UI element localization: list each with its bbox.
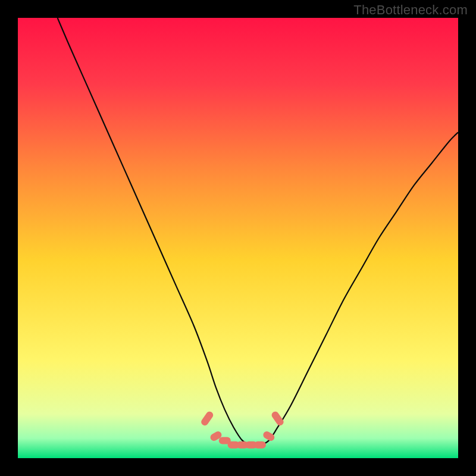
outer-frame: TheBottleneck.com [0, 0, 476, 476]
plot-area [18, 18, 458, 458]
marker-capsule [254, 441, 266, 449]
plot-svg [18, 18, 458, 458]
gradient-background [18, 18, 458, 458]
watermark-text: TheBottleneck.com [353, 2, 468, 18]
